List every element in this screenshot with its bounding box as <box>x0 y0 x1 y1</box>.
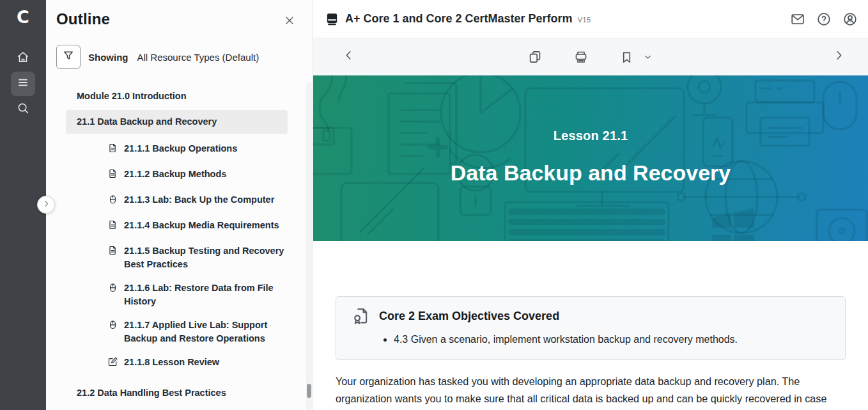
search-icon <box>16 101 30 118</box>
mouse-icon <box>107 193 118 209</box>
filter-icon <box>62 49 75 65</box>
main-area: A+ Core 1 and Core 2 CertMaster Perform … <box>313 0 868 410</box>
outline-item[interactable]: 21.1 Data Backup and Recovery <box>66 110 288 134</box>
outline-item[interactable]: 21.1.1 Backup Operations <box>107 142 301 157</box>
previous-page-button[interactable] <box>343 49 355 64</box>
course-book-icon <box>325 12 339 26</box>
outline-item-label: 21.1.2 Backup Methods <box>124 168 226 183</box>
outline-item-label: 21.1.1 Backup Operations <box>124 142 237 157</box>
chevron-right-icon <box>42 199 50 210</box>
outline-panel: Outline Showing All Resource Types (Defa… <box>46 0 313 410</box>
help-icon[interactable] <box>816 12 832 27</box>
document-icon <box>107 142 118 157</box>
outline-item[interactable]: 21.2 Data Handling Best Practices <box>66 381 288 405</box>
outline-item[interactable]: 21.1.8 Lesson Review <box>107 356 301 371</box>
lesson-paragraph: Your organization has tasked you with de… <box>336 373 829 410</box>
outline-item[interactable]: 21.1.2 Backup Methods <box>107 168 301 183</box>
sidebar-expand-button[interactable] <box>37 196 55 214</box>
mouse-icon <box>107 319 118 345</box>
app-logo: C <box>0 0 46 37</box>
filter-value: All Resource Types (Default) <box>137 52 260 63</box>
course-version: V15 <box>578 16 591 24</box>
outline-item[interactable]: 21.1.3 Lab: Back Up the Computer <box>107 193 301 209</box>
search-button[interactable] <box>11 97 35 122</box>
showing-label: Showing <box>88 52 128 63</box>
lesson-title: Data Backup and Recovery <box>313 161 868 185</box>
lesson-content: Core 2 Exam Objectives Covered 4.3 Given… <box>313 296 868 410</box>
outline-item[interactable]: 21.1.5 Backup Testing and Recovery Best … <box>107 244 301 271</box>
outline-scrollbar-thumb[interactable] <box>307 384 311 398</box>
bookmark-icon[interactable] <box>619 50 634 65</box>
filter-button[interactable] <box>56 45 81 69</box>
document-icon <box>107 244 118 271</box>
edit-icon <box>107 356 118 371</box>
certificate-icon <box>352 306 371 326</box>
account-icon[interactable] <box>842 12 858 27</box>
outline-tree: Module 21.0 Introduction21.1 Data Backup… <box>46 88 313 410</box>
mouse-icon <box>107 281 118 308</box>
outline-item[interactable]: 21.1.7 Applied Live Lab: Support Backup … <box>107 319 301 345</box>
copy-icon[interactable] <box>527 49 543 65</box>
outline-item-label: 21.1.7 Applied Live Lab: Support Backup … <box>124 319 301 345</box>
objectives-title: Core 2 Exam Objectives Covered <box>379 310 559 323</box>
objective-item: 4.3 Given a scenario, implement workstat… <box>394 332 832 347</box>
outline-item[interactable]: Module 21.0 Introduction <box>77 88 287 104</box>
print-icon[interactable] <box>573 49 589 65</box>
outline-item-label: 21.1.5 Backup Testing and Recovery Best … <box>124 244 301 271</box>
exam-objectives-box: Core 2 Exam Objectives Covered 4.3 Given… <box>336 296 846 360</box>
menu-icon <box>16 75 30 92</box>
lesson-banner: Lesson 21.1 Data Backup and Recovery <box>313 75 868 241</box>
outline-scrollbar-track[interactable] <box>306 82 312 410</box>
close-icon <box>283 18 296 29</box>
document-icon <box>107 219 118 234</box>
banner-decoration <box>313 75 868 241</box>
home-icon <box>16 50 30 67</box>
chevron-down-icon[interactable] <box>643 52 653 62</box>
contents-button[interactable] <box>11 72 35 96</box>
outline-title: Outline <box>56 10 110 28</box>
outline-item-label: 21.1.8 Lesson Review <box>124 356 219 371</box>
chevron-left-icon <box>343 49 355 64</box>
outline-item-label: 21.1.3 Lab: Back Up the Computer <box>124 193 274 209</box>
outline-item-label: 21.1.4 Backup Media Requirements <box>124 219 279 234</box>
lesson-number: Lesson 21.1 <box>313 129 868 143</box>
course-title: A+ Core 1 and Core 2 CertMaster Perform <box>345 12 573 26</box>
outline-item[interactable]: 21.1.6 Lab: Restore Data from File Histo… <box>107 281 301 308</box>
reader-toolbar <box>313 38 868 75</box>
outline-item-label: 21.1.6 Lab: Restore Data from File Histo… <box>124 281 301 308</box>
chevron-right-icon <box>833 49 845 64</box>
next-page-button[interactable] <box>833 49 845 64</box>
app-header: A+ Core 1 and Core 2 CertMaster Perform … <box>313 0 868 38</box>
mail-icon[interactable] <box>790 12 805 27</box>
outline-item[interactable]: 21.1.4 Backup Media Requirements <box>107 219 301 234</box>
home-button[interactable] <box>11 46 35 70</box>
document-icon <box>107 168 118 183</box>
close-outline-button[interactable] <box>283 14 296 29</box>
